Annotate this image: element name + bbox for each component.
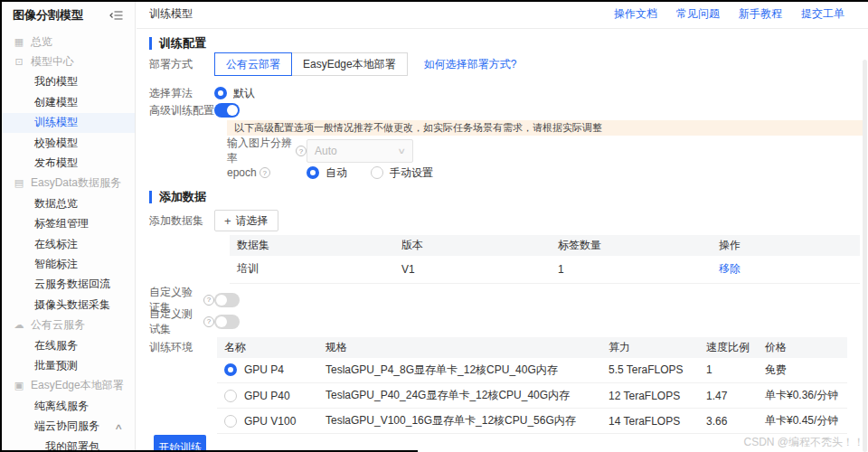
sidebar-item[interactable]: 摄像头数据采集 [0, 295, 135, 315]
section-title: 添加数据 [159, 189, 206, 205]
sidebar-item-label: 我的模型 [34, 74, 78, 89]
gpu-price: 单卡¥0.36/分钟 [758, 383, 847, 409]
environment-table: 名称 规格 算力 速度比例 价格 GPU P4 TeslaGPU_P4_8G显存… [217, 337, 847, 435]
deploy-easyedge-button[interactable]: EasyEdge本地部署 [291, 52, 408, 76]
sidebar-item-label: 总览 [31, 34, 52, 50]
name-col-header: 名称 [217, 337, 318, 358]
sidebar-item-label: 在线服务 [34, 338, 78, 353]
radio-checked-icon[interactable] [214, 87, 227, 99]
sidebar-item[interactable]: 标签组管理 [0, 214, 135, 234]
gpu-power: 12 TeraFLOPS [601, 383, 699, 409]
algorithm-default-label: 默认 [233, 86, 255, 101]
dataset-col-header: 数据集 [230, 235, 394, 256]
custom-test-toggle[interactable] [214, 315, 240, 329]
sidebar-item[interactable]: ⊡ 模型中心 [0, 52, 135, 71]
sidebar-item[interactable]: 智能标注 [0, 254, 135, 274]
sidebar-item[interactable]: 纯离线服务 [0, 396, 135, 416]
gpu-radio[interactable] [224, 363, 237, 376]
remove-dataset-link[interactable]: 移除 [719, 262, 741, 275]
dataset-name-cell: 培训 [230, 256, 394, 283]
sidebar-item-label: 纯离线服务 [34, 399, 89, 414]
topbar-link[interactable]: 提交工单 [801, 6, 844, 22]
sidebar-item[interactable]: 云服务数据回流 [0, 275, 135, 295]
radio-checked-icon[interactable] [307, 166, 319, 179]
deploy-public-cloud-button[interactable]: 公有云部署 [214, 52, 292, 76]
environment-table-row[interactable]: GPU P40 TeslaGPU_P40_24G显存单卡_12核CPU_40G内… [217, 383, 847, 409]
custom-test-label-text: 自定义测试集 [149, 306, 201, 337]
resolution-label-text: 输入图片分辨率 [227, 136, 293, 166]
chevron-up-icon[interactable]: ∧ [115, 422, 124, 431]
dataset-table-row: 培训 V1 1 移除 [230, 256, 860, 283]
toggle-knob [227, 105, 238, 116]
sidebar-collapse-icon[interactable] [109, 10, 124, 21]
label-count-col-header: 标签数量 [551, 235, 712, 256]
sidebar-item[interactable]: 校验模型 [0, 133, 135, 153]
deploy-help-link[interactable]: 如何选择部署方式? [424, 57, 517, 72]
speed-col-header: 速度比例 [699, 337, 758, 358]
sidebar-item[interactable]: 批量预测 [0, 355, 135, 375]
resolution-row: 输入图片分辨率 ? Auto ∨ [227, 139, 868, 163]
sidebar: 图像分割模型 ▦ 总览 ⊡ 模型中心 我的模型 [0, 0, 136, 452]
dataset-table: 数据集 版本 标签数量 操作 培训 V1 1 移除 [230, 235, 860, 284]
deploy-method-label: 部署方式 [149, 57, 214, 72]
gpu-price: 免费 [758, 358, 847, 383]
radio-unchecked-icon[interactable] [371, 166, 383, 179]
epoch-label-text: epoch [227, 166, 257, 179]
dataset-version-cell: V1 [394, 256, 551, 283]
vertical-scrollbar[interactable] [863, 60, 867, 452]
environment-table-body: GPU P4 TeslaGPU_P4_8G显存单卡_12核CPU_40G内存 5… [217, 358, 847, 434]
sidebar-item[interactable]: 端云协同服务 ∧ [0, 416, 135, 436]
sidebar-item[interactable]: 我的模型 [0, 72, 135, 92]
topbar-link[interactable]: 常见问题 [676, 6, 720, 22]
sidebar-item[interactable]: 在线标注 [0, 234, 135, 254]
custom-validation-toggle[interactable] [214, 293, 240, 307]
section-train-config: 训练配置 [149, 36, 868, 51]
sidebar-item[interactable]: ▦ 总览 [0, 32, 135, 52]
gpu-radio[interactable] [224, 390, 237, 402]
sidebar-item[interactable]: ☁ 公有云服务 [0, 315, 135, 334]
sidebar-item[interactable]: 在线服务 [0, 335, 135, 355]
sidebar-item-label: 模型中心 [31, 54, 74, 70]
question-icon[interactable]: ? [296, 146, 307, 156]
toggle-knob [216, 316, 227, 327]
screen-edge [0, 0, 868, 2]
sidebar-item[interactable]: 创建模型 [0, 92, 135, 112]
epoch-manual-radio[interactable]: 手动设置 [371, 165, 433, 181]
dataset-table-body: 培训 V1 1 移除 [230, 256, 860, 283]
sidebar-header: 图像分割模型 [0, 0, 135, 30]
gpu-radio[interactable] [224, 415, 237, 428]
select-dataset-button[interactable]: + 请选择 [214, 210, 278, 231]
sidebar-item[interactable]: 发布模型 [0, 153, 135, 173]
sidebar-item[interactable]: 数据总览 [0, 193, 135, 213]
topbar: 训练模型 操作文档常见问题新手教程提交工单 [137, 0, 868, 29]
sidebar-item[interactable]: ▤ EasyData数据服务 [0, 174, 135, 193]
advanced-config-toggle[interactable] [214, 103, 240, 118]
question-icon[interactable]: ? [203, 295, 214, 306]
question-icon[interactable]: ? [203, 316, 214, 327]
app-window: 图像分割模型 ▦ 总览 ⊡ 模型中心 我的模型 [0, 0, 868, 452]
epoch-row: epoch ? 自动 手动设置 [227, 166, 868, 179]
sidebar-item[interactable]: 训练模型 [0, 113, 135, 133]
sidebar-item-label: 创建模型 [34, 95, 78, 110]
power-col-header: 算力 [601, 337, 699, 358]
sidebar-item-label: 发布模型 [34, 155, 78, 171]
sidebar-item-label: 训练模型 [34, 115, 78, 130]
question-icon[interactable]: ? [259, 167, 270, 178]
topbar-link[interactable]: 新手教程 [739, 6, 782, 22]
dataset-labels-cell: 1 [551, 256, 712, 283]
sidebar-item[interactable]: ▣ EasyEdge本地部署 [0, 376, 135, 396]
plus-icon: + [224, 214, 231, 228]
resolution-select[interactable]: Auto ∨ [307, 139, 413, 163]
sidebar-item-label: EasyData数据服务 [31, 175, 121, 191]
add-dataset-row: 添加数据集 + 请选择 [149, 210, 868, 231]
epoch-label: epoch ? [227, 166, 307, 179]
topbar-link[interactable]: 操作文档 [614, 6, 657, 22]
resolution-select-value: Auto [315, 145, 337, 157]
epoch-auto-radio[interactable]: 自动 [307, 165, 347, 181]
environment-table-row[interactable]: GPU P4 TeslaGPU_P4_8G显存单卡_12核CPU_40G内存 5… [217, 358, 847, 383]
section-title: 训练配置 [159, 35, 206, 52]
algorithm-default-radio[interactable]: 默认 [214, 86, 255, 101]
sidebar-item-label: 摄像头数据采集 [34, 297, 110, 313]
environment-table-row[interactable]: GPU V100 TeslaGPU_V100_16G显存单卡_12核CPU_56… [217, 409, 847, 434]
sidebar-item-label: 在线标注 [34, 237, 78, 252]
